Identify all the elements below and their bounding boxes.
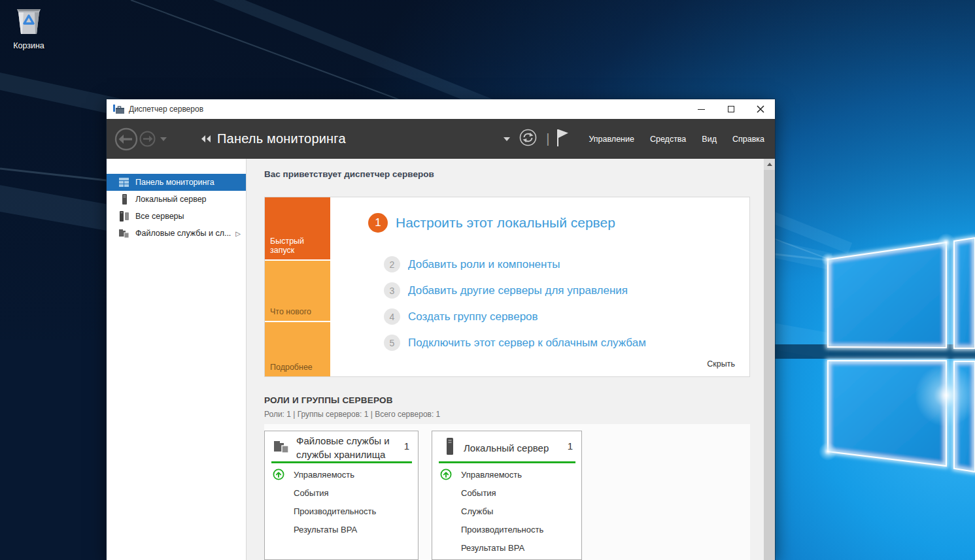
tile-label: Быстрый запуск: [270, 237, 330, 255]
file-services-icon: [119, 228, 129, 239]
row-events[interactable]: События: [265, 484, 418, 502]
vertical-scrollbar[interactable]: [764, 159, 775, 560]
step-connect-cloud-services[interactable]: 5 Подключить этот сервер к облачным служ…: [384, 335, 646, 351]
menu-tools[interactable]: Средства: [650, 135, 686, 144]
tile-whats-new[interactable]: Что нового: [265, 261, 330, 321]
row-manageability[interactable]: Управляемость: [265, 465, 418, 484]
all-servers-icon: [119, 211, 129, 222]
tile-label: Подробнее: [270, 363, 313, 372]
row-label: Службы: [461, 506, 493, 516]
scrollbar-up-button[interactable]: [764, 159, 775, 170]
role-card-header[interactable]: Локальный сервер 1: [432, 431, 581, 461]
minimize-button[interactable]: [687, 99, 716, 119]
tile-learn-more[interactable]: Подробнее: [265, 322, 330, 376]
sidebar-item-local-server[interactable]: Локальный сервер: [107, 191, 246, 208]
forward-button[interactable]: [139, 131, 156, 147]
role-card-header[interactable]: Файловые службы и службы хранилища 1: [265, 431, 418, 461]
step-configure-local-server[interactable]: 1 Настроить этот локальный сервер: [368, 213, 615, 233]
menu-help[interactable]: Справка: [732, 135, 764, 144]
row-bpa-results[interactable]: Результаты BPA: [265, 520, 418, 538]
recycle-bin-label: Корзина: [8, 41, 50, 50]
step-link: Добавить роли и компоненты: [408, 258, 560, 271]
nav-history-dropdown-icon[interactable]: [160, 137, 167, 141]
recycle-bin[interactable]: Корзина: [8, 5, 50, 50]
roles-section-subtitle: Роли: 1 | Группы серверов: 1 | Всего сер…: [264, 410, 440, 419]
role-card-title: Локальный сервер: [464, 434, 562, 461]
sidebar-item-file-storage-services[interactable]: Файловые службы и сл... ▷: [107, 225, 246, 242]
notifications-flag-button[interactable]: [556, 128, 569, 150]
row-label: Результаты BPA: [461, 543, 524, 553]
tile-quick-start[interactable]: Быстрый запуск: [265, 197, 330, 259]
navbar: Панель мониторинга |: [107, 119, 775, 159]
role-card-title: Файловые службы и службы хранилища: [296, 434, 394, 461]
welcome-header: Вас приветствует диспетчер серверов: [264, 169, 434, 179]
file-services-icon: [274, 439, 290, 453]
manageability-up-icon: [273, 469, 284, 480]
role-card-rows: Управляемость События Службы Производите…: [432, 465, 581, 557]
roles-section-header: РОЛИ И ГРУППЫ СЕРВЕРОВ: [264, 395, 393, 405]
row-label: Управляемость: [461, 470, 522, 480]
role-card-file-storage-services: Файловые службы и службы хранилища 1 Упр…: [264, 431, 419, 560]
row-label: Управляемость: [294, 470, 354, 480]
row-label: События: [461, 488, 496, 498]
breadcrumb: Панель мониторинга: [217, 131, 346, 146]
status-rule-green: [439, 461, 575, 463]
collapse-breadcrumb-icon[interactable]: [201, 133, 211, 145]
titlebar: Диспетчер серверов: [107, 99, 775, 119]
step-link: Создать группу серверов: [408, 310, 538, 323]
window-body: Панель мониторинга Локальный сервер: [107, 159, 775, 560]
step-add-roles-features[interactable]: 2 Добавить роли и компоненты: [384, 256, 560, 272]
desktop: Корзина Диспетчер серверов: [0, 0, 975, 560]
refresh-button[interactable]: [519, 129, 537, 149]
step-create-server-group[interactable]: 4 Создать группу серверов: [384, 308, 538, 325]
row-events[interactable]: События: [432, 484, 581, 502]
step-link: Добавить другие серверы для управления: [408, 284, 628, 297]
row-label: Производительность: [461, 525, 543, 535]
row-manageability[interactable]: Управляемость: [432, 465, 581, 484]
role-card-rows: Управляемость События Производительность…: [265, 465, 418, 538]
local-server-icon: [445, 438, 454, 455]
sidebar-item-all-servers[interactable]: Все серверы: [107, 208, 246, 225]
row-performance[interactable]: Производительность: [265, 502, 418, 520]
sidebar-item-label: Файловые службы и сл...: [135, 229, 231, 238]
step-number-badge: 3: [384, 282, 400, 299]
flag-icon: [556, 128, 569, 148]
nav-separator: |: [546, 131, 549, 146]
row-label: Производительность: [294, 506, 376, 516]
minimize-icon: [698, 109, 705, 110]
refresh-dropdown-icon[interactable]: [504, 137, 510, 141]
maximize-button[interactable]: [716, 99, 745, 119]
tile-label: Что нового: [270, 307, 311, 316]
row-performance[interactable]: Производительность: [432, 520, 581, 538]
role-card-local-server: Локальный сервер 1 Управляемость: [432, 431, 582, 560]
close-button[interactable]: [745, 99, 775, 119]
sidebar-item-dashboard[interactable]: Панель мониторинга: [107, 174, 246, 191]
refresh-icon: [519, 129, 537, 146]
step-number-badge: 1: [368, 213, 388, 233]
menu-manage[interactable]: Управление: [589, 135, 634, 144]
server-manager-window: Диспетчер серверов: [107, 99, 775, 560]
welcome-panel: Быстрый запуск Что нового Подробнее 1 На…: [264, 197, 750, 377]
maximize-icon: [728, 106, 734, 112]
back-button[interactable]: [114, 127, 138, 151]
sidebar: Панель мониторинга Локальный сервер: [107, 159, 247, 560]
role-card-count: 1: [404, 440, 409, 452]
chevron-up-icon: [767, 163, 772, 166]
step-add-other-servers[interactable]: 3 Добавить другие серверы для управления: [384, 282, 628, 299]
sidebar-item-label: Панель мониторинга: [135, 178, 214, 187]
scrollbar-thumb[interactable]: [764, 170, 775, 560]
dashboard-content: Вас приветствует диспетчер серверов Быст…: [247, 159, 764, 560]
step-link: Подключить этот сервер к облачным служба…: [408, 337, 646, 350]
step-number-badge: 2: [384, 256, 400, 272]
row-label: Результаты BPA: [294, 525, 357, 535]
role-card-count: 1: [568, 440, 573, 452]
row-services[interactable]: Службы: [432, 502, 581, 520]
row-label: События: [294, 488, 329, 498]
hide-welcome-link[interactable]: Скрыть: [707, 359, 735, 369]
expand-arrow-icon[interactable]: ▷: [235, 230, 241, 237]
recycle-bin-icon: [15, 5, 43, 37]
local-server-icon: [119, 194, 129, 205]
menu-view[interactable]: Вид: [702, 135, 717, 144]
window-title: Диспетчер серверов: [129, 105, 203, 114]
row-bpa-results[interactable]: Результаты BPA: [432, 538, 581, 557]
